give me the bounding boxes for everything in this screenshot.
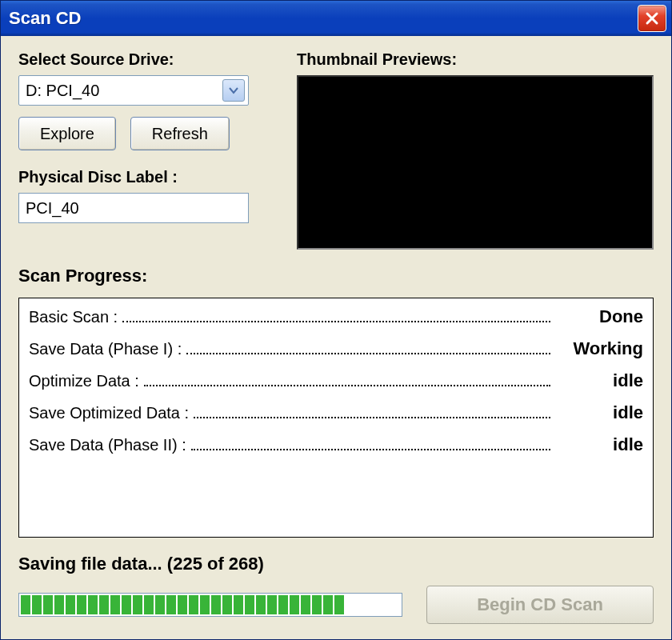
progress-segment xyxy=(21,595,30,614)
progress-segment xyxy=(222,595,232,614)
file-progress-bar xyxy=(18,593,402,617)
progress-row: Save Data (Phase I) : Working xyxy=(29,338,643,359)
progress-row: Optimize Data : idle xyxy=(29,370,643,391)
progress-segment xyxy=(122,595,131,614)
progress-segment xyxy=(88,595,98,614)
refresh-button[interactable]: Refresh xyxy=(130,117,230,150)
disc-label-heading: Physical Disc Label : xyxy=(18,168,274,186)
progress-segment xyxy=(290,595,299,614)
progress-row-label: Save Data (Phase II) : xyxy=(29,436,186,454)
bottom-row: Begin CD Scan xyxy=(18,586,654,624)
progress-segment xyxy=(189,595,198,614)
window-root: Scan CD Select Source Drive: D: PCI_40 xyxy=(0,0,672,640)
progress-segment xyxy=(200,595,210,614)
progress-row-label: Basic Scan : xyxy=(29,308,118,326)
titlebar[interactable]: Scan CD xyxy=(1,1,671,36)
close-button[interactable] xyxy=(638,5,666,32)
top-row: Select Source Drive: D: PCI_40 Explore R… xyxy=(18,50,654,250)
window-title: Scan CD xyxy=(9,8,81,29)
progress-row-dots xyxy=(144,372,550,386)
progress-row-dots xyxy=(194,404,550,418)
progress-row-label: Optimize Data : xyxy=(29,372,139,390)
scan-progress-panel: Basic Scan : Done Save Data (Phase I) : … xyxy=(18,298,654,538)
progress-segment xyxy=(312,595,322,614)
progress-segment xyxy=(66,595,75,614)
progress-segment xyxy=(301,595,310,614)
progress-row-status: Working xyxy=(555,338,643,359)
progress-segment xyxy=(234,595,243,614)
progress-segment xyxy=(178,595,187,614)
drive-buttons: Explore Refresh xyxy=(18,117,274,150)
thumbnail-panel-wrap: Thumbnail Previews: xyxy=(297,50,654,250)
progress-segment xyxy=(133,595,142,614)
client-area: Select Source Drive: D: PCI_40 Explore R… xyxy=(1,36,671,639)
progress-segment xyxy=(77,595,86,614)
scan-progress-heading: Scan Progress: xyxy=(18,266,654,286)
status-text: Saving file data... (225 of 268) xyxy=(18,554,654,574)
progress-row-dots xyxy=(186,340,550,354)
progress-row-label: Save Optimized Data : xyxy=(29,404,189,422)
source-drive-dropdown[interactable]: D: PCI_40 xyxy=(18,75,249,106)
progress-segment xyxy=(267,595,277,614)
progress-row: Save Data (Phase II) : idle xyxy=(29,434,643,455)
progress-row: Basic Scan : Done xyxy=(29,306,643,327)
progress-segment xyxy=(211,595,221,614)
dropdown-arrow[interactable] xyxy=(222,79,245,102)
progress-segment xyxy=(166,595,176,614)
source-drive-value: D: PCI_40 xyxy=(26,82,99,100)
close-icon xyxy=(645,11,659,26)
progress-segment xyxy=(99,595,109,614)
progress-segment xyxy=(334,595,344,614)
progress-segment xyxy=(155,595,165,614)
chevron-down-icon xyxy=(228,85,239,96)
progress-segment xyxy=(278,595,288,614)
thumbnail-previews xyxy=(297,75,654,250)
progress-segment xyxy=(32,595,42,614)
progress-row-status: idle xyxy=(555,402,643,423)
progress-row-status: idle xyxy=(555,370,643,391)
progress-segment xyxy=(110,595,120,614)
progress-row: Save Optimized Data : idle xyxy=(29,402,643,423)
progress-segment xyxy=(323,595,333,614)
progress-segment xyxy=(245,595,254,614)
progress-segment xyxy=(54,595,64,614)
progress-segment xyxy=(256,595,266,614)
explore-button[interactable]: Explore xyxy=(18,117,116,150)
source-drive-label: Select Source Drive: xyxy=(18,50,274,69)
begin-cd-scan-button[interactable]: Begin CD Scan xyxy=(426,586,654,624)
progress-segment xyxy=(43,595,53,614)
disc-label-input[interactable] xyxy=(18,193,249,223)
thumbnail-label: Thumbnail Previews: xyxy=(297,50,654,69)
progress-row-label: Save Data (Phase I) : xyxy=(29,340,182,358)
progress-row-status: idle xyxy=(555,434,643,455)
progress-row-status: Done xyxy=(555,306,643,327)
source-panel: Select Source Drive: D: PCI_40 Explore R… xyxy=(18,50,274,250)
progress-row-dots xyxy=(191,436,550,450)
progress-row-dots xyxy=(122,308,550,322)
progress-segment xyxy=(144,595,154,614)
